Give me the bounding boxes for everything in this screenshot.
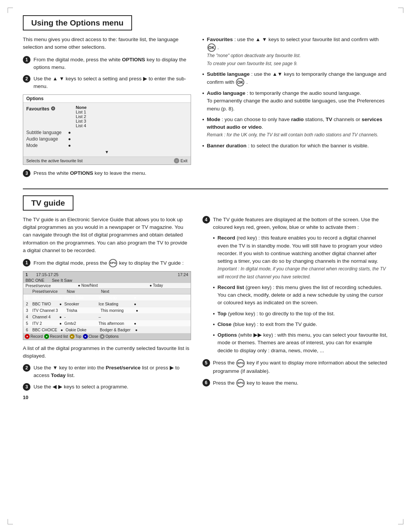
- tg-col-dot1: [59, 289, 65, 294]
- options-btn-circle: ●: [100, 334, 105, 339]
- corner-tl: [8, 8, 13, 13]
- tg-r1-next: Microsoap: [98, 295, 132, 300]
- page-number: 10: [23, 395, 191, 400]
- ok-icon-1: OK: [207, 43, 216, 52]
- step-2-circle: 2: [23, 75, 30, 83]
- section-title-tvguide: TV guide: [23, 195, 73, 211]
- tg-r3-next: This morning: [100, 308, 134, 313]
- tg-r2-now: Snooker: [64, 301, 98, 307]
- options-screen: Options Favourites ⚙ None List 1 List: [23, 94, 191, 165]
- mode-bullet-label: Mode: [207, 117, 220, 122]
- favourites-icon: ⚙: [51, 105, 56, 112]
- page: Using the Options menu This menu gives y…: [0, 0, 411, 532]
- top-text: : to go directly to the top of the list.: [256, 311, 335, 316]
- tg-r6-next: Bodger & Badger: [99, 327, 133, 332]
- tg-r5-dot2: ●: [132, 321, 138, 326]
- exit-button: ○ Exit: [174, 158, 187, 163]
- section-options-menu: Using the Options menu This menu gives y…: [23, 15, 388, 181]
- fav-none: None: [76, 105, 87, 110]
- tg-ch-num: 1: [25, 272, 33, 277]
- tg-time-range: 17:15-17:25: [36, 272, 166, 277]
- step-3-content: Press the white OPTIONS key to leave the…: [33, 169, 191, 177]
- tg-sub-nav: Preset/service ● Now/Next ● Today: [23, 283, 191, 289]
- tvguide-step-6: 6 Press the EPG key to leave the menu.: [202, 379, 388, 387]
- tg-col-num: [23, 289, 31, 294]
- tg-r3-now: Trisha: [65, 308, 100, 313]
- record-btn-label: Record: [30, 334, 43, 339]
- tg-btn-recordlist: ● Record list: [44, 334, 68, 339]
- tg-r1-ch: BBC ONE: [31, 295, 57, 300]
- bullet-top: Top (yellow key) : to go directly to the…: [213, 310, 388, 318]
- top-btn-label: Top: [75, 334, 81, 339]
- options-btn-label: Options: [105, 334, 118, 339]
- tvguide-step-6-text: Press the EPG key to leave the menu.: [213, 380, 298, 386]
- exit-circle: ○: [174, 158, 179, 163]
- recordlist-btn-circle: ●: [44, 334, 49, 339]
- tg-prog-title: See It Saw: [45, 278, 188, 283]
- section-tv-guide: TV guide The TV guide is an Electronic S…: [23, 195, 388, 401]
- tvguide-step-5-content: Press the EPG key if you want to display…: [213, 359, 388, 375]
- tg-ch-prog: BBC ONE See It Saw: [23, 278, 191, 283]
- tvguide-step-5-circle: 5: [202, 359, 210, 367]
- tg-footer: ● Record ● Record list ● Top ●: [23, 333, 191, 340]
- subtitle-lang-row: Subtitle language ●: [26, 129, 188, 136]
- fav-list1: List 1: [76, 110, 87, 114]
- options-footer: Selects the active favourite list ○ Exit: [23, 157, 191, 165]
- tg-r1-now: See It Saw: [64, 295, 98, 300]
- tg-row-1: 1 BBC ONE ⚙ See It Saw Microsoap ●: [23, 294, 191, 301]
- tg-r5-ch: ITV 2: [31, 321, 57, 326]
- bullet-options: Options (white ▶▶ key) : with this menu,…: [213, 331, 388, 355]
- tg-r1-dot2: ●: [132, 296, 138, 300]
- exit-label: Exit: [180, 158, 187, 163]
- ok-icon-2: OK: [236, 78, 244, 86]
- tg-row-2: 2 BBC TWO ● Snooker Ice Skating ●: [23, 301, 191, 307]
- tg-col-dot2: [134, 289, 140, 294]
- bullet-subtitle: Subtitle language : use the ▲▼ keys to t…: [202, 70, 388, 86]
- step-1-content: From the digital mode, press the white O…: [33, 56, 191, 72]
- scroll-arrow: ▼: [26, 150, 188, 154]
- tg-r1-num: 1: [23, 295, 31, 300]
- favourites-bullet-label: Favourites: [207, 37, 233, 42]
- fav-list2: List 2: [76, 114, 87, 119]
- tg-r4-now: -: [64, 314, 98, 320]
- tvguide-step-4-content: The TV guide features are displayed at t…: [213, 216, 388, 232]
- favourites-label: Favourites: [26, 106, 49, 112]
- tg-row-3: 3 ITV Channel 3 Trisha This morning ●: [23, 307, 191, 314]
- step-2-text: Use the ▲ ▼ keys to select a setting and…: [33, 76, 186, 89]
- tvguide-after-list: A list of all the digital programmes in …: [23, 345, 191, 360]
- top-btn-circle: ●: [70, 334, 75, 339]
- mode-bullet-text: : you can choose to only have radio stat…: [207, 117, 382, 130]
- guide-icon-1: EPG: [109, 259, 117, 267]
- tg-r1-dot: ⚙: [57, 296, 64, 300]
- tvguide-step-1-text: From the digital mode, press the EPG key…: [33, 260, 183, 266]
- audio-bullet-text: : to temporarily change the audio sound …: [247, 90, 361, 96]
- tg-r2-dot: ●: [57, 302, 64, 306]
- mode-label: Mode: [26, 143, 68, 148]
- bullet-banner: Banner duration : to select the duration…: [202, 142, 388, 150]
- options-footer-text: Selects the active favourite list: [26, 158, 83, 163]
- tg-r2-dot2: ●: [132, 302, 138, 306]
- tvguide-screen: 1 17:15-17:25 17:24 BBC ONE See It Saw P…: [23, 271, 191, 340]
- tg-r4-ch: Channel 4: [31, 314, 57, 320]
- audio-bullet-label: Audio language: [207, 90, 245, 96]
- tg-r2-num: 2: [23, 301, 31, 307]
- step-1-circle: 1: [23, 56, 30, 64]
- tvguide-step-6-circle: 6: [202, 379, 210, 387]
- close-btn-circle: ●: [83, 334, 88, 339]
- close-text: : to exit from the TV guide.: [257, 321, 317, 327]
- tg-r6-dot: ●: [59, 328, 65, 332]
- tg-col-next: Next: [100, 289, 134, 294]
- tg-r6-dot2: ●: [133, 328, 139, 332]
- banner-bullet-label: Banner duration: [207, 143, 247, 149]
- tvguide-step-3-text: Use the ◀ ▶ keys to select a programme.: [33, 384, 128, 390]
- guide-icon-5: EPG: [236, 359, 245, 367]
- audio-lang-row: Audio language ●: [26, 136, 188, 142]
- options-step-2: 2 Use the ▲ ▼ keys to select a setting a…: [23, 75, 191, 91]
- tg-btn-top: ● Top: [70, 334, 81, 339]
- record-label-extra: (red key): [237, 235, 257, 241]
- tg-bbc-one: BBC ONE: [25, 278, 45, 283]
- section-title-options: Using the Options menu: [23, 15, 132, 30]
- step-3-circle: 3: [23, 169, 30, 177]
- bullet-favourites: Favourites : use the ▲ ▼ keys to select …: [202, 36, 388, 67]
- tvguide-step-4-text: The TV guide features are displayed at t…: [213, 217, 379, 230]
